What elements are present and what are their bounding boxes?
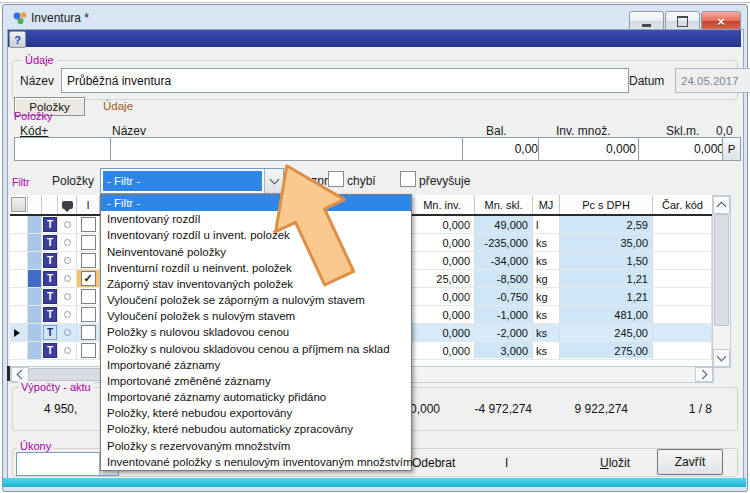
check-cell: ✓: [77, 270, 100, 287]
horizontal-scroll-thumb[interactable]: [28, 368, 104, 381]
cell-pc-dph: 1,50: [560, 252, 653, 269]
scroll-up-button[interactable]: [713, 196, 730, 214]
header-i[interactable]: I: [77, 195, 100, 214]
row-status-strip: [28, 270, 42, 287]
maximize-icon: [677, 16, 688, 27]
nazev-label: Název: [20, 74, 54, 88]
filter-option[interactable]: Vyloučení položek s nulovým stavem: [101, 308, 411, 324]
note-cell: [58, 216, 77, 233]
cell-mn-inv: 0,000: [410, 306, 475, 323]
chevron-up-icon: [717, 202, 727, 212]
nazev-column-label[interactable]: Název: [112, 124, 146, 138]
note-dot-icon: [64, 275, 71, 282]
row-checkbox[interactable]: [81, 289, 96, 304]
header-mj[interactable]: MJ: [533, 195, 560, 214]
zavrit-button[interactable]: Zavřít: [657, 449, 723, 475]
i-button[interactable]: I: [505, 456, 508, 470]
scroll-down-button[interactable]: [713, 349, 730, 367]
cell-mj: kg: [533, 288, 560, 305]
row-status-strip: [28, 288, 42, 305]
cell-car-kod: [653, 342, 712, 359]
total-diff: -4 972,274: [452, 402, 532, 416]
scroll-right-button[interactable]: [695, 367, 713, 382]
filter-option[interactable]: Položky s nulovou skladovou cenou a příj…: [101, 341, 411, 357]
filter-option[interactable]: Importované změněné záznamy: [101, 373, 411, 389]
cell-mn-inv: 0,000: [410, 216, 475, 233]
check-cell: [77, 342, 100, 359]
filter-option[interactable]: Záporný stav inventovaných položek: [101, 276, 411, 292]
row-checkbox[interactable]: [81, 307, 96, 322]
type-cell: T: [42, 234, 58, 251]
note-dot-icon: [64, 347, 71, 354]
scroll-left-button[interactable]: [11, 367, 29, 382]
header-note[interactable]: [58, 195, 77, 214]
note-dot-icon: [64, 293, 71, 300]
cell-mn-skl: -2,000: [475, 324, 533, 341]
filter-option[interactable]: Položky s nulovou skladovou cenou: [101, 324, 411, 340]
row-checkbox[interactable]: [81, 235, 96, 250]
filter-option[interactable]: Vyloučení položek se záporným a nulovým …: [101, 292, 411, 308]
ulozit-button[interactable]: Uložit: [600, 456, 630, 470]
row-status-strip: [28, 324, 42, 341]
cell-pc-dph: 275,00: [560, 342, 653, 359]
filter-option[interactable]: Importované záznamy automaticky přidáno: [101, 389, 411, 405]
header-mn-inv[interactable]: Mn. inv.: [410, 195, 475, 214]
note-dot-icon: [64, 221, 71, 228]
cell-pc-dph: 481,00: [560, 306, 653, 323]
inv-mnoz-field[interactable]: 0,000: [538, 137, 642, 161]
kod-column-label[interactable]: Kód+: [20, 124, 48, 138]
kod-search-input[interactable]: [14, 137, 118, 161]
ukony-group-label: Úkony: [17, 440, 54, 452]
filter-option[interactable]: Položky, které nebudou exportovány: [101, 405, 411, 421]
row-selector-cell: [10, 324, 28, 341]
filter-option[interactable]: Importované záznamy: [101, 357, 411, 373]
datum-label: Datum: [629, 74, 664, 88]
nazev-input[interactable]: Průběžná inventura: [61, 68, 629, 93]
cell-car-kod: [653, 270, 712, 287]
prevysuje-checkbox[interactable]: [400, 171, 416, 187]
filter-option[interactable]: Položky, které nebudou automaticky zprac…: [101, 421, 411, 437]
note-dot-icon: [64, 257, 71, 264]
vertical-scroll-thumb[interactable]: [714, 214, 729, 326]
header-strip: [28, 195, 42, 214]
row-checkbox[interactable]: [81, 325, 96, 340]
cell-pc-dph: 35,00: [560, 234, 653, 251]
filter-option[interactable]: Inventované položky s nenulovým inventov…: [101, 454, 411, 470]
chevron-right-icon: [698, 370, 708, 380]
sklm-top-value: 0,0: [716, 124, 733, 138]
type-badge: T: [43, 235, 57, 250]
bal-field[interactable]: 0,00: [462, 137, 544, 161]
p-button[interactable]: P: [722, 137, 741, 161]
header-selector: [10, 195, 28, 214]
help-button[interactable]: ?: [9, 31, 26, 48]
filter-option[interactable]: Položky s rezervovaným množstvím: [101, 438, 411, 454]
nazev-search-input[interactable]: [110, 137, 472, 161]
inv-mnoz-label: Inv. množ.: [556, 124, 610, 138]
cell-mn-inv: 0,000: [410, 288, 475, 305]
udaje-group-label: Údaje: [22, 54, 57, 66]
vertical-scrollbar[interactable]: [712, 195, 731, 368]
row-checkbox[interactable]: [81, 253, 96, 268]
cell-pc-dph: 2,59: [560, 216, 653, 233]
type-cell: T: [42, 270, 58, 287]
total-sum: 9 922,274: [548, 402, 628, 416]
tab-udaje[interactable]: Údaje: [103, 100, 133, 112]
sklm-field[interactable]: 0,000: [638, 137, 730, 161]
datum-field[interactable]: 24.05.2017: [675, 68, 750, 93]
check-cell: [77, 234, 100, 251]
header-pc-dph[interactable]: Pc s DPH: [560, 195, 653, 214]
vypocty-group-label: Výpočty - aktu: [18, 381, 94, 393]
note-cell: [58, 342, 77, 359]
row-checkbox[interactable]: [81, 343, 96, 358]
header-car-kod[interactable]: Čar. kód: [653, 195, 712, 214]
odebrat-button[interactable]: Odebrat: [412, 456, 455, 470]
row-selector-cell: [10, 216, 28, 233]
row-checkbox[interactable]: [81, 217, 96, 232]
speech-bubble-icon: [62, 201, 73, 209]
cell-mj: ks: [533, 252, 560, 269]
row-checkbox[interactable]: ✓: [81, 271, 96, 286]
type-cell: T: [42, 288, 58, 305]
header-mn-skl[interactable]: Mn. skl.: [475, 195, 533, 214]
chevron-left-icon: [17, 370, 27, 380]
cell-mn-inv: 0,000: [410, 234, 475, 251]
